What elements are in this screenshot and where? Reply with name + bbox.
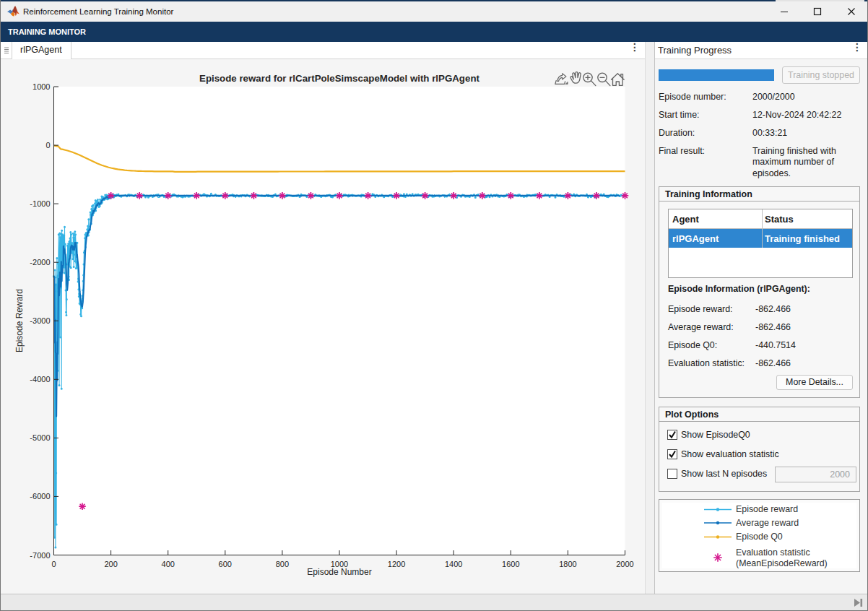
svg-text:-4000: -4000 (30, 375, 50, 384)
svg-text:1400: 1400 (445, 560, 462, 568)
svg-text:-6000: -6000 (30, 492, 50, 500)
svg-text:1600: 1600 (502, 560, 519, 568)
svg-text:1200: 1200 (388, 560, 405, 568)
svg-text:Episode reward for rlCartPoleS: Episode reward for rlCartPoleSimscapeMod… (199, 73, 479, 84)
svg-text:Episode Number: Episode Number (307, 567, 371, 577)
svg-text:-1000: -1000 (30, 199, 50, 208)
svg-text:-7000: -7000 (30, 551, 50, 560)
svg-text:600: 600 (219, 560, 232, 568)
svg-text:2000: 2000 (616, 560, 633, 568)
svg-text:-5000: -5000 (30, 433, 50, 442)
svg-text:1800: 1800 (559, 560, 576, 568)
svg-text:-3000: -3000 (30, 316, 50, 325)
svg-text:1000: 1000 (32, 82, 50, 91)
svg-text:0: 0 (45, 141, 50, 150)
svg-text:400: 400 (162, 560, 175, 568)
svg-text:0: 0 (51, 560, 56, 568)
svg-text:200: 200 (104, 560, 117, 568)
svg-text:Episode Reward: Episode Reward (14, 289, 25, 352)
svg-text:-2000: -2000 (30, 258, 50, 266)
svg-text:800: 800 (276, 560, 289, 568)
